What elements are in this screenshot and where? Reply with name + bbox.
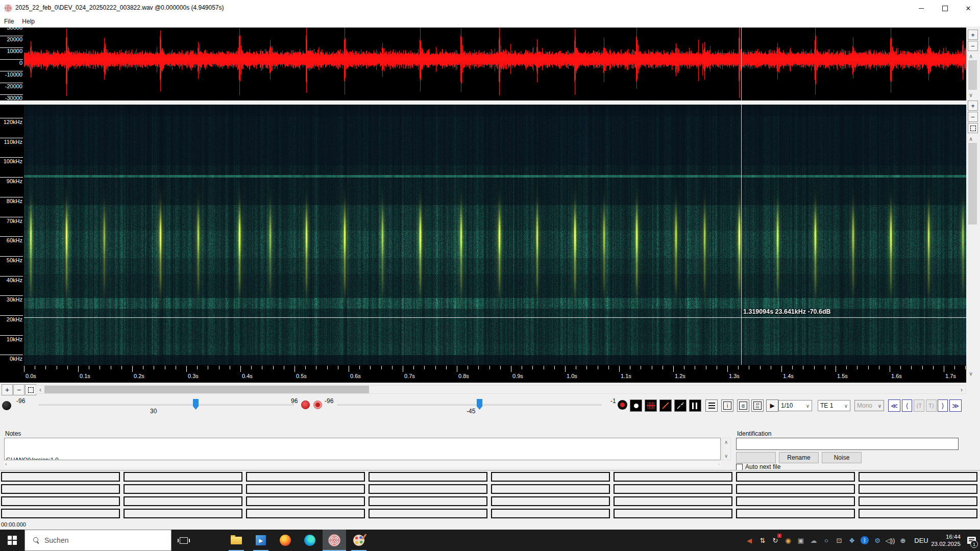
prev-file-button[interactable]: ⟨	[902, 399, 912, 412]
waveform-scroll-down-icon[interactable]: ∨	[969, 92, 973, 98]
waveform-zoom-in-button[interactable]: +	[968, 30, 978, 40]
next-file-button[interactable]: ⟩	[938, 399, 948, 412]
field-cell[interactable]	[124, 496, 242, 506]
field-cell[interactable]	[1, 496, 120, 506]
spectrogram-canvas[interactable]	[24, 105, 966, 365]
horizontal-scrollbar[interactable]: ‹ ›	[36, 385, 966, 394]
identification-input[interactable]	[736, 438, 959, 450]
field-cell[interactable]	[736, 509, 855, 518]
field-cell[interactable]	[124, 509, 242, 518]
spectrogram-view-button[interactable]	[645, 399, 657, 412]
noise-button[interactable]: Noise	[822, 452, 862, 463]
notes-scroll-down-icon[interactable]: ∨	[724, 453, 728, 459]
field-cell[interactable]	[1, 484, 120, 494]
tray-clock[interactable]: 16:4423.02.2025	[930, 530, 962, 551]
field-cell[interactable]	[1, 472, 120, 482]
zoom-out-button[interactable]: −	[13, 384, 24, 395]
tray-hidden-icons-icon[interactable]: ◀	[743, 530, 755, 551]
tray-usb-device-icon[interactable]: ⇅	[756, 530, 769, 551]
record-knob-red[interactable]	[301, 400, 310, 409]
taskbar-app-movies-tv[interactable]: ▶	[249, 530, 273, 551]
spectrogram-scroll-up-icon[interactable]: ∧	[969, 136, 973, 142]
scroll-right-arrow[interactable]: ›	[958, 386, 966, 393]
field-cell[interactable]	[614, 484, 732, 494]
tray-bluetooth-icon[interactable]: ᛒ	[859, 530, 871, 551]
tray-security-shield-icon[interactable]: ❖	[846, 530, 858, 551]
field-cell[interactable]	[859, 496, 977, 506]
field-cell[interactable]	[369, 496, 487, 506]
zoom-in-button[interactable]: +	[2, 384, 13, 395]
binary-button[interactable]: 1001	[751, 399, 764, 412]
field-cell[interactable]	[124, 484, 242, 494]
field-cell[interactable]	[1, 509, 120, 518]
next-tagged-file-button[interactable]: T⟩	[926, 399, 937, 412]
field-cell[interactable]	[859, 484, 977, 494]
first-file-button[interactable]: ≪	[888, 399, 900, 412]
tray-snip-tool-icon[interactable]: ⊡	[833, 530, 845, 551]
tray-sync-alert-icon[interactable]: ↻!	[769, 530, 781, 551]
close-button[interactable]: ✕	[957, 0, 980, 16]
menu-item-help[interactable]: Help	[18, 17, 39, 26]
spectrogram-zoom-fit-button[interactable]	[968, 123, 978, 133]
waveform-scrollbar-thumb[interactable]	[968, 60, 977, 90]
task-view-button[interactable]	[173, 530, 195, 551]
waveform-zoom-out-button[interactable]: −	[968, 41, 978, 51]
field-cell[interactable]	[246, 509, 365, 518]
field-cell[interactable]	[246, 484, 365, 494]
notes-textarea[interactable]: GUANO|Version:1.0	[4, 438, 721, 460]
scroll-left-arrow[interactable]: ‹	[36, 386, 44, 393]
menu-item-file[interactable]: File	[0, 17, 18, 26]
tray-circle-app-icon[interactable]: ○	[820, 530, 832, 551]
field-cell[interactable]	[124, 472, 242, 482]
field-cell[interactable]	[859, 472, 977, 482]
taskbar-app-bat-analyzer[interactable]	[323, 530, 346, 551]
threshold-slider-thumb[interactable]	[193, 399, 199, 410]
info-button[interactable]: i	[721, 399, 733, 412]
taskbar-app-paint[interactable]	[347, 530, 371, 551]
trigger-knob[interactable]	[618, 400, 627, 410]
field-cell[interactable]	[614, 472, 732, 482]
slope-view-button[interactable]	[674, 399, 687, 412]
field-cell[interactable]	[491, 509, 610, 518]
field-cell[interactable]	[491, 472, 610, 482]
bars-view-button[interactable]	[689, 399, 701, 412]
start-button[interactable]	[0, 530, 24, 551]
speed-dropdown[interactable]: 1/10∨	[778, 400, 812, 411]
tray-volume-icon[interactable]: ◁))	[884, 530, 896, 551]
tray-network-globe-icon[interactable]: ⊕	[897, 530, 909, 551]
tray-language-indicator[interactable]: DEU	[913, 530, 930, 551]
prev-tagged-file-button[interactable]: ⟨T	[914, 399, 924, 412]
level-slider-thumb[interactable]	[477, 399, 482, 410]
tray-camera-tool-icon[interactable]: ▣	[795, 530, 807, 551]
field-cell[interactable]	[246, 496, 365, 506]
play-button[interactable]: ▶	[766, 399, 778, 412]
field-cell[interactable]	[369, 509, 487, 518]
field-cell[interactable]	[491, 484, 610, 494]
field-cell[interactable]	[369, 472, 487, 482]
field-cell[interactable]	[736, 472, 855, 482]
waveform-canvas[interactable]	[24, 28, 966, 101]
spectrogram-zoom-in-button[interactable]: +	[968, 101, 978, 111]
tray-location-pin-icon[interactable]: ◉	[782, 530, 794, 551]
tray-cloud-offline-icon[interactable]: ☁	[807, 530, 820, 551]
tray-settings-tool-icon[interactable]: ⚙	[871, 530, 884, 551]
waveform-panel[interactable]	[24, 28, 966, 101]
notes-vertical-scrollbar[interactable]: ∧ ∨	[722, 438, 731, 460]
app-icon[interactable]	[4, 4, 12, 12]
field-cell[interactable]	[491, 496, 610, 506]
alpha-button[interactable]: α	[737, 399, 749, 412]
rename-button[interactable]: Rename	[779, 452, 819, 463]
taskbar-search-input[interactable]: Suchen	[24, 530, 172, 551]
waveform-scroll-up-icon[interactable]: ∧	[969, 53, 973, 60]
notes-scroll-up-icon[interactable]: ∧	[724, 439, 728, 445]
taskbar-app-firefox[interactable]	[274, 530, 297, 551]
field-cell[interactable]	[246, 472, 365, 482]
spectrogram-zoom-out-button[interactable]: −	[968, 112, 978, 122]
taskbar-app-edge[interactable]	[298, 530, 322, 551]
field-cell[interactable]	[736, 484, 855, 494]
scrollbar-thumb[interactable]	[44, 386, 369, 393]
notes-horizontal-scrollbar[interactable]: ‹ ›	[4, 461, 721, 467]
list-view-button[interactable]	[705, 399, 718, 412]
blank-button[interactable]	[736, 452, 776, 463]
last-file-button[interactable]: ≫	[949, 399, 962, 412]
